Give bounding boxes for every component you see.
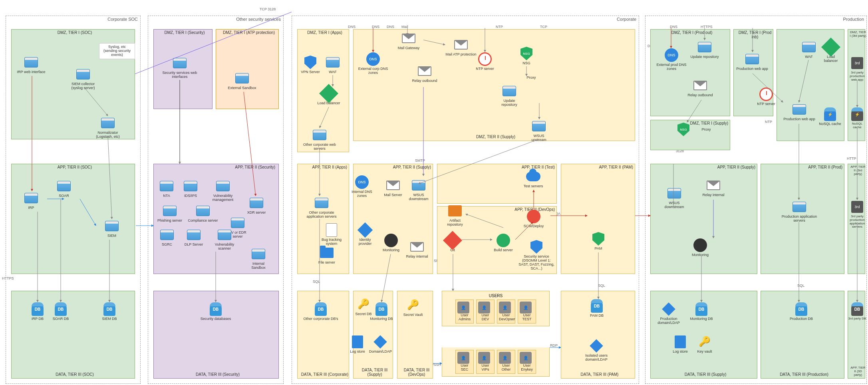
browser-icon (105, 221, 119, 231)
node-ext-prod-dns: DNS External prod DNS zones (653, 48, 689, 71)
tier-dmz-atp: DMZ, TIER I (ATP protection) (216, 29, 279, 109)
node-pam: PAM (587, 232, 610, 251)
browser-icon (252, 249, 265, 259)
tier-label-dmz-atp: DMZ, TIER I (ATP protection) (218, 30, 280, 35)
tier-label-dmz-supply: DMZ, TIER II (Supply) (355, 135, 636, 139)
node-artifact: Artifact repository (442, 204, 468, 227)
tier-label-app-prod: APP, TIER II (Prod) (808, 165, 842, 169)
user-dev: 👤User DEV (476, 300, 495, 323)
node-test-servers: Test servers (519, 169, 547, 189)
tier-label-dmz-prod-out: DMZ, TIER I (Prod out) (652, 30, 731, 35)
node-phishing: Phishing server (156, 204, 184, 223)
app-icon: 3rd (851, 57, 863, 69)
node-mail-atp: Mail ATP protection (445, 38, 477, 57)
label-prod-update-repo: Update repository (689, 55, 720, 59)
label-monitoring-db: Monitoring DB (367, 317, 395, 321)
label-irp-web: IRP web interface (15, 70, 47, 74)
label-mail-server: Mail Server (382, 193, 404, 197)
browser-icon (196, 206, 210, 216)
node-prod-update-repo: Update repository (689, 40, 720, 59)
node-bug-track: Bug tracking system (318, 223, 346, 246)
tier-label-data-sec: DATA, TIER III (Security) (155, 372, 280, 377)
label-compliance: Compliance server (187, 219, 219, 223)
browser-icon (313, 130, 326, 140)
node-compliance: Compliance server (187, 204, 219, 223)
label-int-sandbox: Internal Sandbox (245, 262, 272, 270)
label-pam: PAM (587, 247, 610, 251)
label-artifact: Artifact repository (442, 219, 468, 227)
node-log-store: Log store (348, 335, 367, 354)
label-scm: SCM/Deploy (518, 224, 549, 228)
database-icon: DB (32, 302, 44, 316)
label-file-server: File server (316, 261, 338, 265)
node-prod-monitoring: Monitoring (687, 238, 713, 257)
label-monitoring: Monitoring (378, 248, 404, 252)
label-ext-prod-dns: External prod DNS zones (653, 63, 689, 71)
tier-label-app-supply: APP, TIER II (Supply) (393, 165, 431, 169)
mail-icon (693, 81, 707, 90)
dns-icon: DNS (366, 52, 380, 66)
recycle-icon (497, 234, 510, 247)
label-prod-web-app2: Production web app (781, 117, 817, 121)
browser-icon (76, 69, 90, 79)
node-siem: SIEM (96, 219, 128, 238)
gauge-icon (693, 238, 707, 252)
node-prod-relay-out: Relay outbound (686, 78, 714, 97)
browser-icon (802, 42, 816, 52)
node-ext-dns: DNS External corp DNS zones (357, 52, 389, 75)
label-mail-atp: Mail ATP protection (445, 53, 477, 57)
label-other-db: Other corprorate DB's (303, 317, 339, 321)
diamond-icon (662, 302, 675, 316)
book-icon (352, 335, 363, 348)
diamond-icon (821, 38, 840, 57)
label-siem-collector: SIEM collector (syslog server) (67, 82, 99, 90)
user-enykey: 👤User Enykey (518, 350, 536, 374)
label-mail-gw: Mail Gateway (395, 46, 422, 50)
tier-label-dmz-prod-supply: DMZ, TIER I (Supply) (690, 121, 728, 125)
label-prod-monitoring: Monitoring (687, 253, 713, 257)
label-nosql1: NoSQL cache (819, 122, 841, 126)
user-devops: 👤User DevOpser (497, 300, 515, 323)
mail-icon (418, 66, 431, 76)
label-prod-ntp: NTP server (755, 102, 777, 106)
label-irp: IRP (15, 206, 47, 210)
label-nsg: NSG (515, 62, 538, 65)
tier-label-app-pam: APP, TIER II (PAM) (599, 165, 633, 169)
node-other-web: Other corporate web servers (300, 128, 340, 151)
lock-icon (592, 232, 604, 246)
label-prod-mon-db: Monitoring DB (686, 317, 717, 321)
shield-icon (304, 56, 316, 69)
browser-icon (793, 202, 806, 212)
node-ext-sandbox: External Sandbox (226, 71, 258, 90)
node-prod-ntp: NTP server (755, 87, 777, 106)
node-relay-out: Relay outbound (411, 64, 439, 83)
tier-label-dmz-soc: DMZ, TIER I (SOC) (13, 30, 136, 35)
user-icon: 👤 (520, 352, 532, 364)
node-load-balancer: Load balancer (316, 86, 342, 105)
zone-label-production: Production (843, 17, 864, 22)
label-int-dns: Internal DNS zones (347, 190, 377, 198)
mail-icon (402, 34, 415, 43)
tier-label-data-corp: DATA, TIER III (Corporate) (299, 372, 350, 377)
label-siem-db: SIEM DB (98, 317, 121, 321)
git-icon (443, 231, 462, 250)
diamond-icon (373, 335, 387, 349)
browser-icon (160, 181, 173, 191)
diamond-icon (319, 84, 338, 103)
node-normalizator: Normalizator (Logstash, etc) (92, 116, 124, 139)
node-prod-nsg: NSG (674, 122, 693, 137)
tier-label-data-devops: DATA, TIER III (DevOps) (399, 368, 434, 377)
node-secret-vault: 🔑 Secret Vault (402, 298, 424, 317)
node-third-web: 3rd 3rd party production web app (848, 56, 867, 81)
node-other-db: DB Other corprorate DB's (303, 302, 339, 321)
node-vuln-scanner: Vulnerability scanner (209, 228, 240, 251)
label-vuln-scanner: Vulnerability scanner (209, 243, 240, 251)
node-key-vault: 🔑 Key vault (693, 335, 716, 354)
label-ntp: NTP server (474, 67, 496, 71)
browser-icon (315, 198, 328, 208)
database-icon: ⚡ (824, 107, 836, 121)
label-vuln-mgmt: Vulnerability management (207, 194, 239, 202)
node-vpn: VPN Server (300, 55, 321, 74)
user-icon: 👤 (457, 302, 469, 314)
users-panel: USERS 👤User Admins 👤User DEV 👤User DevOp… (442, 291, 550, 326)
